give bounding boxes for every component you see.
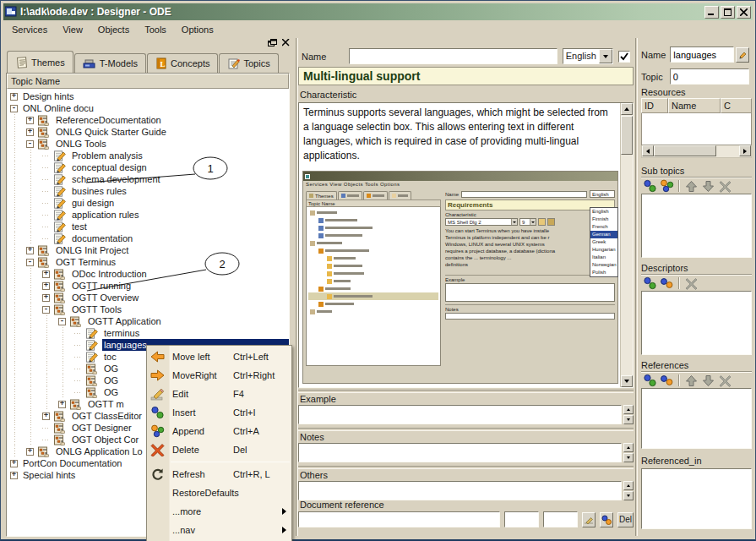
tree-item-label[interactable]: OG [102,386,120,398]
tree-item[interactable]: +ODoc Introduction [7,268,289,280]
menu-item-refresh[interactable]: RefreshCtrl+R, L [147,465,291,484]
tree-item-label[interactable]: terminus [102,327,141,339]
tree-item-label[interactable]: Problem analysis [70,150,144,161]
rp-name-edit-button[interactable] [736,47,749,63]
rp-name-input[interactable] [670,46,734,63]
tree-item[interactable]: +ONLG Quick Starter Guide [7,126,289,138]
expand-icon[interactable]: + [26,448,34,456]
tree-column-header[interactable]: Topic Name [7,74,289,89]
menu-options[interactable]: Options [174,23,221,36]
docref-edit-button[interactable] [582,512,596,527]
section-splitter[interactable] [298,466,634,469]
tree-item-label[interactable]: OGT Designer [70,422,133,434]
insert-icon[interactable] [643,374,657,387]
expand-icon[interactable]: + [42,270,50,278]
close-panel-icon[interactable] [282,39,290,46]
tree-item-label[interactable]: OGTT Tools [70,303,123,315]
collapse-icon[interactable]: - [26,140,34,148]
menu-item-move-left[interactable]: Move leftCtrl+Left [147,347,291,366]
expand-icon[interactable]: + [42,294,50,302]
tree-item-label[interactable]: schema development [70,173,162,185]
tree-item[interactable]: -OGTT Tools [7,303,289,315]
notes-textarea[interactable] [298,443,622,462]
expand-icon[interactable]: + [26,128,34,136]
tree-item-label[interactable]: OGTT running [70,280,133,292]
tree-item-label[interactable]: Special hints [21,469,77,481]
scroll-down-icon[interactable] [621,375,633,387]
document-reference-input[interactable] [298,511,500,527]
tree-item[interactable]: terminus [7,327,289,339]
xdis-icon[interactable] [684,276,699,290]
expand-icon[interactable]: + [58,401,66,408]
menu-item-append[interactable]: AppendCtrl+A [147,422,291,440]
insert-icon[interactable] [643,276,657,290]
hscroll-thumb[interactable] [654,145,716,156]
tree-item-label[interactable]: OGTT Application [86,315,163,327]
tree-item-label[interactable]: OG [102,363,120,374]
tree-item-label[interactable]: documentation [70,232,134,244]
resources-hscrollbar[interactable] [641,145,752,158]
language-combo[interactable]: English [563,48,614,64]
resources-column-id[interactable]: ID [641,98,668,113]
language-checkbox[interactable] [618,51,630,63]
docref-link-button[interactable] [600,512,613,527]
tree-item-label[interactable]: conceptual design [70,161,149,173]
tree-item-label[interactable]: application rules [70,209,141,221]
menu-tools[interactable]: Tools [137,23,174,36]
up-icon[interactable] [684,179,699,193]
up-icon[interactable] [684,374,699,387]
xdis-icon[interactable] [718,179,732,193]
tree-item[interactable]: busines rules [7,185,289,197]
float-panel-icon[interactable] [268,39,277,46]
collapse-icon[interactable]: - [26,259,34,266]
menu-item-nav[interactable]: ...nav [147,521,291,539]
combo-dropdown-icon[interactable] [599,49,612,63]
resources-table-body[interactable] [641,113,752,145]
references-list[interactable] [641,388,752,449]
expand-icon[interactable]: + [26,247,34,254]
others-textarea[interactable] [298,481,622,500]
tree-item[interactable]: schema development [7,173,289,185]
menu-item-more[interactable]: ...more [147,502,291,521]
expand-icon[interactable]: + [42,413,50,420]
rp-topic-input[interactable] [670,68,749,85]
expand-icon[interactable]: + [42,282,50,290]
section-splitter[interactable] [298,428,634,431]
tree-item[interactable]: conceptual design [7,161,289,173]
expand-icon[interactable]: + [10,93,18,101]
tree-item[interactable]: Problem analysis [7,150,289,161]
descriptors-list[interactable] [641,291,752,355]
menu-services[interactable]: Services [4,23,55,36]
down-icon[interactable] [701,179,715,193]
name-input[interactable] [349,48,557,64]
resources-column-name[interactable]: Name [668,98,721,113]
tree-item[interactable]: -OGTT Application [7,315,289,327]
subtopics-list[interactable] [641,194,752,258]
expand-icon[interactable]: + [10,460,18,467]
down-icon[interactable] [701,374,715,387]
tree-item-label[interactable]: gui design [70,197,116,209]
tree-item-label[interactable]: OGTT Overview [70,292,140,303]
menu-item-edit[interactable]: EditF4 [147,385,291,403]
document-reference-field2[interactable] [504,511,539,527]
tree-item-label[interactable]: ONLG Quick Starter Guide [54,126,168,138]
example-spinner[interactable] [623,405,634,424]
collapse-icon[interactable]: - [58,318,66,325]
menu-view[interactable]: View [55,23,90,36]
tree-item-label[interactable]: toc [102,351,118,363]
tree-item[interactable]: +ONLG Init Project [7,244,289,256]
expand-icon[interactable]: + [26,117,34,124]
append-icon[interactable] [660,179,674,193]
tree-item[interactable]: test [7,221,289,232]
tree-item[interactable]: -ONLG Tools [7,138,289,150]
tab-concepts[interactable]: LConcepts [147,53,218,73]
notes-spinner[interactable] [623,443,634,462]
tree-item[interactable]: +ReferenceDocumentation [7,114,289,126]
menu-item-moveright[interactable]: MoveRightCtrl+Right [147,366,291,385]
referenced-in-list[interactable] [641,468,752,529]
menu-objects[interactable]: Objects [90,23,137,36]
collapse-icon[interactable]: - [10,105,18,112]
tree-item[interactable]: +OGTT Overview [7,292,289,303]
resources-column-c[interactable]: C [721,98,752,113]
document-reference-field3[interactable] [543,511,578,527]
